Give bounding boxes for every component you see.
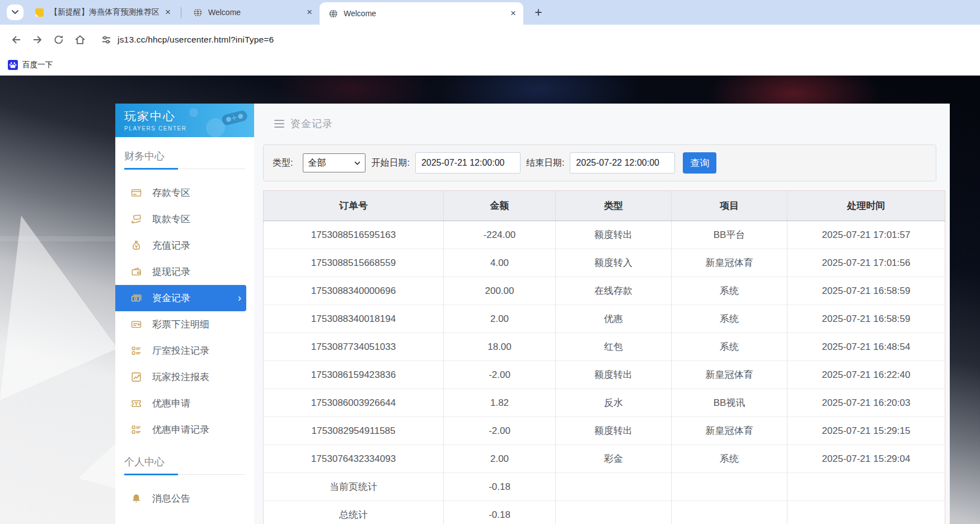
sidebar-header: 玩家中心 PLAYERS CENTER bbox=[115, 104, 254, 137]
table-cell: 当前页统计 bbox=[264, 473, 444, 501]
chevron-right-icon: › bbox=[238, 292, 241, 303]
tab-active[interactable]: Welcome× bbox=[320, 2, 523, 25]
tab-title: 【新提醒】海燕体育预测推荐区 bbox=[50, 7, 159, 17]
sidebar-item[interactable]: 存款专区 bbox=[115, 180, 254, 206]
table-cell: -0.18 bbox=[444, 473, 556, 501]
search-button[interactable]: 查询 bbox=[683, 152, 716, 174]
sidebar-item-label: 优惠申请记录 bbox=[152, 423, 209, 436]
panel-header: 资金记录 bbox=[254, 104, 950, 144]
sidebar-item[interactable]: 提现记录 bbox=[115, 259, 254, 285]
reload-button[interactable] bbox=[48, 29, 69, 50]
tab-close-button[interactable]: × bbox=[508, 8, 519, 19]
banknote-icon bbox=[130, 293, 142, 304]
bookmark-baidu[interactable]: 百度一下 bbox=[8, 60, 53, 70]
table-cell: -2.00 bbox=[444, 417, 556, 445]
sidebar-item[interactable]: 彩票下注明细 bbox=[115, 311, 254, 338]
sidebar-item[interactable]: 厅室投注记录 bbox=[115, 338, 254, 364]
menu-toggle-icon[interactable] bbox=[274, 120, 284, 128]
sidebar-item-label: 资金记录 bbox=[152, 292, 190, 305]
table-cell: 2.00 bbox=[444, 305, 556, 333]
table-cell: 1753082954911585 bbox=[264, 417, 444, 445]
withdraw-hand-icon bbox=[130, 214, 142, 225]
tab-close-button[interactable]: × bbox=[304, 7, 315, 18]
table-row: 17530860039266441.82反水BB视讯2025-07-21 16:… bbox=[264, 389, 945, 417]
type-select[interactable]: 全部 bbox=[303, 153, 365, 172]
table-cell bbox=[672, 473, 787, 501]
sidebar-item[interactable]: 玩家投注报表 bbox=[115, 364, 254, 390]
sidebar-menu: 消息公告 bbox=[115, 485, 254, 512]
table-row: 1753082954911585-2.00额度转出新皇冠体育2025-07-21… bbox=[264, 417, 945, 445]
table-cell: 2025-07-21 16:58:59 bbox=[787, 277, 945, 305]
table-cell: 系统 bbox=[672, 305, 787, 333]
table-cell bbox=[787, 501, 945, 524]
list-icon bbox=[130, 345, 142, 357]
table-row: 175308773405103318.00红包系统2025-07-21 16:4… bbox=[264, 333, 945, 361]
sidebar-item[interactable]: 充值记录 bbox=[115, 232, 254, 259]
column-header: 处理时间 bbox=[787, 191, 945, 221]
table-cell: 反水 bbox=[556, 389, 672, 417]
column-header: 类型 bbox=[556, 191, 672, 221]
page-title: 资金记录 bbox=[290, 117, 333, 130]
table-row: 1753086159423836-2.00额度转出新皇冠体育2025-07-21… bbox=[264, 361, 945, 389]
table-cell: 200.00 bbox=[444, 277, 556, 305]
list-icon bbox=[130, 424, 142, 436]
globe-icon bbox=[193, 8, 203, 17]
table-cell: 在线存款 bbox=[556, 277, 672, 305]
table-cell: 红包 bbox=[556, 333, 672, 361]
table-row: 17530764323340932.00彩金系统2025-07-21 15:29… bbox=[264, 445, 945, 473]
tab-list: 【新提醒】海燕体育预测推荐区×Welcome×Welcome× bbox=[26, 0, 523, 25]
table-cell: 2025-07-21 15:29:04 bbox=[787, 445, 945, 473]
table-cell: 额度转出 bbox=[556, 361, 672, 389]
sidebar-item[interactable]: 取款专区 bbox=[115, 206, 254, 232]
baidu-paw-icon bbox=[8, 60, 18, 70]
table-cell: 新皇冠体育 bbox=[672, 249, 787, 277]
table-cell: 系统 bbox=[672, 333, 787, 361]
sidebar-item[interactable]: 消息公告 bbox=[115, 485, 254, 512]
sidebar-item[interactable]: 资金记录› bbox=[115, 285, 246, 311]
page-background: 玩家中心 PLAYERS CENTER 财务中心存款专区取款专区充值记录提现记录… bbox=[0, 76, 980, 524]
table-cell: 1753088515668559 bbox=[264, 249, 444, 277]
tab[interactable]: 【新提醒】海燕体育预测推荐区× bbox=[26, 0, 178, 25]
tab-close-button[interactable]: × bbox=[162, 7, 174, 18]
tab[interactable]: Welcome× bbox=[184, 0, 320, 25]
tab-search-button[interactable] bbox=[7, 4, 24, 20]
table-cell: -224.00 bbox=[444, 221, 556, 249]
site-info-icon[interactable] bbox=[101, 34, 112, 45]
bookmarks-bar: 百度一下 bbox=[0, 54, 980, 76]
table-cell: 2025-07-21 17:01:56 bbox=[787, 249, 945, 277]
tab-strip: 【新提醒】海燕体育预测推荐区×Welcome×Welcome× + bbox=[0, 0, 980, 25]
table-cell: 彩金 bbox=[556, 445, 672, 473]
end-date-input[interactable] bbox=[570, 152, 675, 174]
tab-title: Welcome bbox=[344, 9, 504, 18]
sidebar-section-label: 财务中心 bbox=[124, 149, 245, 163]
table-cell: 1753076432334093 bbox=[264, 445, 444, 473]
forward-button[interactable] bbox=[27, 29, 48, 50]
section-underline bbox=[124, 168, 245, 170]
url-text[interactable]: js13.cc/hhcp/usercenter.html?iniType=6 bbox=[118, 35, 274, 45]
table-cell bbox=[556, 501, 672, 524]
table-cell: 系统 bbox=[672, 277, 787, 305]
table-cell: 1753088340018194 bbox=[264, 305, 444, 333]
table-cell: 新皇冠体育 bbox=[672, 417, 787, 445]
table-cell: 额度转入 bbox=[556, 249, 672, 277]
start-date-input[interactable] bbox=[415, 152, 521, 174]
sidebar-item[interactable]: 优惠申请 bbox=[115, 390, 254, 417]
table-cell: 18.00 bbox=[444, 333, 556, 361]
home-button[interactable] bbox=[69, 29, 91, 50]
table-row: 17530883400181942.00优惠系统2025-07-21 16:58… bbox=[264, 305, 945, 333]
sidebar-item-label: 存款专区 bbox=[152, 186, 190, 199]
sidebar-item-label: 消息公告 bbox=[152, 492, 190, 505]
back-button[interactable] bbox=[6, 29, 27, 50]
sidebar-item[interactable]: 优惠申请记录 bbox=[115, 417, 254, 443]
new-tab-button[interactable]: + bbox=[531, 4, 546, 20]
sidebar-item-label: 提现记录 bbox=[152, 265, 190, 278]
sidebar-item-label: 彩票下注明细 bbox=[152, 318, 209, 331]
tab-divider bbox=[181, 7, 181, 18]
table-cell bbox=[556, 473, 672, 501]
table-cell: 1.82 bbox=[444, 389, 556, 417]
ticket-list-icon bbox=[130, 319, 142, 330]
table-cell: 2025-07-21 16:48:54 bbox=[787, 333, 945, 361]
sidebar-menu: 存款专区取款专区充值记录提现记录资金记录›彩票下注明细厅室投注记录玩家投注报表优… bbox=[115, 180, 254, 443]
sidebar-item-label: 优惠申请 bbox=[152, 397, 190, 410]
back-arrow-icon bbox=[10, 34, 22, 46]
